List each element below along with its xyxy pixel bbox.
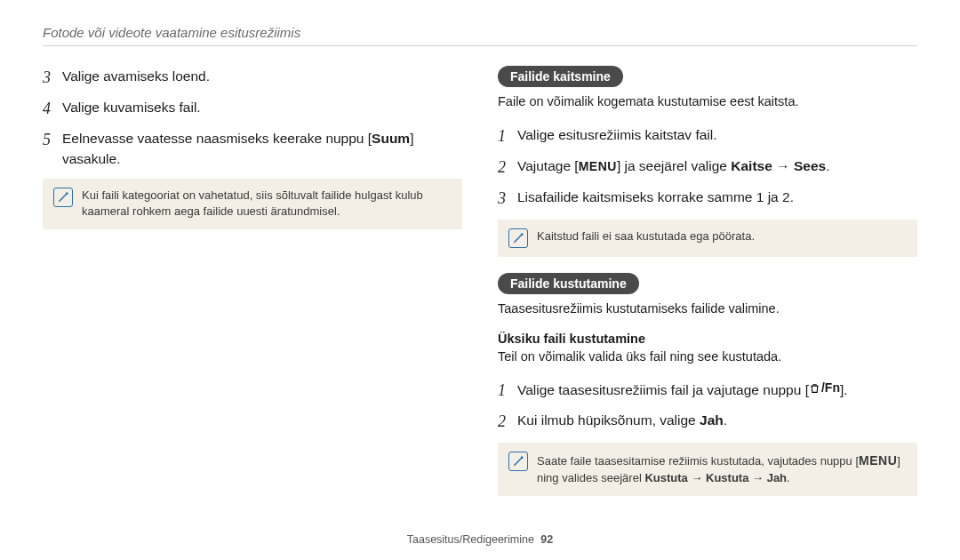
step-number: 2 [498,156,517,180]
protect-intro: Faile on võimalik kogemata kustutamise e… [498,92,917,112]
t-bold: Jah [767,471,787,484]
t: Vajutage [ [517,158,579,173]
step-text: Valige kuvamiseks fail. [62,97,462,121]
step-4: 4 Valige kuvamiseks fail. [43,97,462,121]
t: . [826,158,829,173]
step-5: 5 Eelnevasse vaatesse naasmiseks keerake… [43,128,462,170]
note-text: Saate faile taasesitamise režiimis kustu… [537,452,907,487]
t: ] ja seejärel valige [617,158,731,173]
step-text: Valige esitusrežiimis kaitstav fail. [517,124,917,148]
menu-label: MENU [579,159,617,173]
step-number: 4 [43,97,62,121]
step-number: 2 [498,410,517,434]
content-columns: 3 Valige avamiseks loend. 4 Valige kuvam… [43,66,917,512]
protect-step-3: 3 Lisafailide kaitsmiseks korrake samme … [498,187,917,211]
trash-fn-button: /Fn [809,379,840,397]
delete-step-1: 1 Valige taasesitusrežiimis fail ja vaju… [498,379,917,403]
t-bold: Jah [700,412,724,428]
page-number: 92 [540,533,553,546]
step-text: Vajutage [MENU] ja seejärel valige Kaits… [517,156,917,180]
section-protect: Failide kaitsmine Faile on võimalik koge… [498,66,917,257]
step-text: Valige avamiseks loend. [62,66,462,90]
t: ]. [840,382,848,397]
delete-single-title: Üksiku faili kustutamine [498,332,917,346]
arrow-icon: → [688,471,706,484]
step-text-bold: Suum [372,131,410,146]
t-bold: Sees [794,158,826,173]
t: Valige taasesitusrežiimis fail ja vajuta… [517,382,809,397]
delete-step-2: 2 Kui ilmub hüpiksõnum, valige Jah. [498,410,917,434]
info-icon [53,188,73,207]
step-number: 1 [498,379,517,403]
step-text: Kui ilmub hüpiksõnum, valige Jah. [517,410,917,434]
step-3: 3 Valige avamiseks loend. [43,66,462,90]
t: Saate faile taasesitamise režiimis kustu… [537,454,859,468]
step-number: 3 [498,187,517,211]
step-text: Lisafailide kaitsmiseks korrake samme 1 … [517,187,917,211]
step-text-prefix: Eelnevasse vaatesse naasmiseks keerake n… [62,131,372,146]
trash-icon [809,382,820,395]
footer-section: Taasesitus/Redigeerimine [407,533,534,546]
step-text: Eelnevasse vaatesse naasmiseks keerake n… [62,128,462,170]
t: Kui ilmub hüpiksõnum, valige [517,412,700,428]
section-title-protect: Failide kaitsmine [498,66,623,87]
note-box: Saate faile taasesitamise režiimis kustu… [498,443,917,496]
section-delete: Failide kustutamine Taasesitusrežiimis k… [498,273,917,496]
delete-intro: Taasesitusrežiimis kustutamiseks failide… [498,300,917,319]
t-bold: Kustuta [706,471,748,484]
menu-label: MENU [859,453,897,468]
arrow-icon: → [772,158,794,173]
note-text: Kaitstud faili ei saa kustutada ega pöör… [537,228,755,248]
page-header: Fotode või videote vaatamine esitusrežii… [43,25,917,46]
t-bold: Kaitse [731,158,772,173]
info-icon [508,228,528,248]
fn-label: /Fn [821,379,840,397]
delete-single-intro: Teil on võimalik valida üks fail ning se… [498,348,917,367]
left-column: 3 Valige avamiseks loend. 4 Valige kuvam… [43,66,462,512]
note-box: Kui faili kategooriat on vahetatud, siis… [43,179,462,230]
step-number: 1 [498,124,517,148]
t: . [787,471,790,484]
right-column: Failide kaitsmine Faile on võimalik koge… [498,66,917,512]
protect-step-1: 1 Valige esitusrežiimis kaitstav fail. [498,124,917,148]
step-number: 3 [43,66,62,90]
info-icon [508,452,528,471]
arrow-icon: → [748,471,766,484]
page-footer: Taasesitus/Redigeerimine 92 [0,533,960,546]
section-title-delete: Failide kustutamine [498,273,639,294]
t-bold: Kustuta [644,471,687,484]
note-box: Kaitstud faili ei saa kustutada ega pöör… [498,220,917,257]
protect-step-2: 2 Vajutage [MENU] ja seejärel valige Kai… [498,156,917,180]
step-number: 5 [43,128,62,170]
note-text: Kui faili kategooriat on vahetatud, siis… [82,188,452,221]
step-text: Valige taasesitusrežiimis fail ja vajuta… [517,379,917,403]
t: . [724,412,727,428]
